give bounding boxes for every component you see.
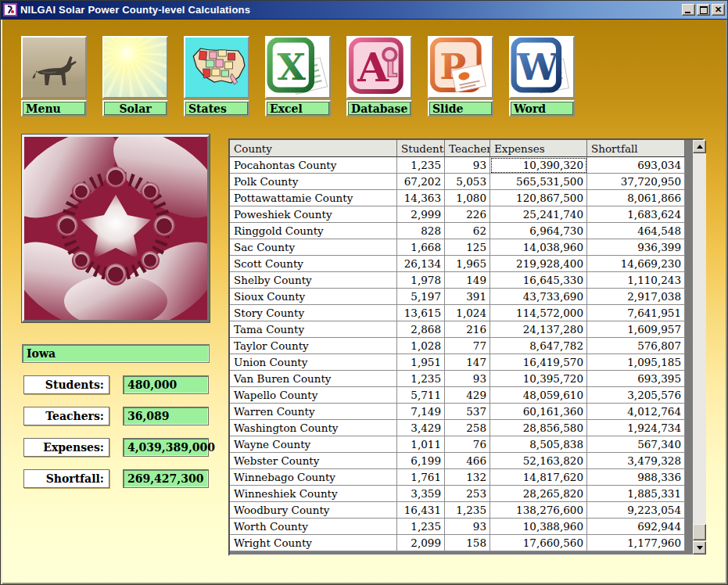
- cell-teachers[interactable]: 125: [445, 239, 490, 256]
- cell-shortfall[interactable]: 8,061,866: [587, 190, 685, 206]
- cell-shortfall[interactable]: 37,720,950: [587, 174, 685, 190]
- cell-county[interactable]: Webster County: [230, 453, 397, 469]
- table-row[interactable]: Washington County3,42925828,856,5801,924…: [230, 420, 690, 436]
- cell-county[interactable]: Shelby County: [230, 272, 397, 289]
- table-row[interactable]: Taylor County1,028778,647,782576,807: [230, 338, 690, 354]
- cell-expenses[interactable]: 8,505,838: [490, 436, 587, 453]
- cell-expenses[interactable]: 43,733,690: [490, 289, 587, 305]
- cell-county[interactable]: Wapello County: [230, 387, 397, 404]
- expenses-value-field[interactable]: 4,039,389,000: [123, 438, 209, 457]
- cell-students[interactable]: 1,235: [397, 371, 445, 387]
- cell-expenses[interactable]: 24,137,280: [490, 321, 587, 338]
- cell-teachers[interactable]: 1,965: [445, 256, 490, 272]
- cell-teachers[interactable]: 253: [445, 486, 490, 502]
- states-button[interactable]: States: [184, 36, 249, 117]
- cell-expenses[interactable]: 565,531,500: [490, 174, 587, 190]
- title-bar[interactable]: NILGAI Solar Power County-level Calculat…: [1, 1, 727, 20]
- cell-teachers[interactable]: 149: [445, 272, 490, 289]
- table-row[interactable]: Story County13,6151,024114,572,0007,641,…: [230, 305, 690, 321]
- cell-teachers[interactable]: 93: [445, 519, 490, 535]
- cell-expenses[interactable]: 10,390,320: [490, 157, 587, 174]
- table-row[interactable]: Polk County67,2025,053565,531,50037,720,…: [230, 174, 690, 190]
- cell-shortfall[interactable]: 936,399: [587, 239, 685, 256]
- cell-teachers[interactable]: 147: [445, 354, 490, 371]
- cell-expenses[interactable]: 25,241,740: [490, 206, 587, 223]
- cell-students[interactable]: 5,197: [397, 289, 445, 305]
- cell-teachers[interactable]: 62: [445, 223, 490, 239]
- cell-expenses[interactable]: 28,265,820: [490, 486, 587, 502]
- cell-students[interactable]: 7,149: [397, 404, 445, 420]
- column-header-shortfall[interactable]: Shortfall: [587, 140, 685, 157]
- column-header-expenses[interactable]: Expenses: [490, 140, 587, 157]
- cell-county[interactable]: Taylor County: [230, 338, 397, 354]
- cell-expenses[interactable]: 10,388,960: [490, 519, 587, 535]
- menu-button[interactable]: Menu: [21, 36, 87, 117]
- cell-county[interactable]: Worth County: [230, 519, 397, 535]
- table-row[interactable]: Wright County2,09915817,660,5601,177,960: [230, 535, 690, 551]
- cell-county[interactable]: Sac County: [230, 239, 397, 256]
- cell-expenses[interactable]: 14,817,620: [490, 469, 587, 486]
- cell-expenses[interactable]: 6,964,730: [490, 223, 587, 239]
- cell-teachers[interactable]: 76: [445, 436, 490, 453]
- cell-expenses[interactable]: 60,161,360: [490, 404, 587, 420]
- slide-button[interactable]: P Slide: [428, 36, 493, 117]
- cell-expenses[interactable]: 48,059,610: [490, 387, 587, 404]
- cell-shortfall[interactable]: 1,609,957: [587, 321, 685, 338]
- cell-expenses[interactable]: 219,928,400: [490, 256, 587, 272]
- cell-shortfall[interactable]: 1,924,734: [587, 420, 685, 436]
- cell-expenses[interactable]: 138,276,600: [490, 502, 587, 519]
- cell-county[interactable]: Woodbury County: [230, 502, 397, 519]
- cell-students[interactable]: 1,761: [397, 469, 445, 486]
- cell-students[interactable]: 2,999: [397, 206, 445, 223]
- cell-county[interactable]: Wright County: [230, 535, 397, 551]
- cell-teachers[interactable]: 1,235: [445, 502, 490, 519]
- cell-expenses[interactable]: 17,660,560: [490, 535, 587, 551]
- table-row[interactable]: Worth County1,2359310,388,960692,944: [230, 519, 690, 535]
- table-row[interactable]: Poweshiek County2,99922625,241,7401,683,…: [230, 206, 690, 223]
- cell-expenses[interactable]: 120,867,500: [490, 190, 587, 206]
- table-row[interactable]: Warren County7,14953760,161,3604,012,764: [230, 404, 690, 420]
- table-row[interactable]: Winneshiek County3,35925328,265,8201,885…: [230, 486, 690, 502]
- database-button[interactable]: A Database: [346, 36, 412, 117]
- table-row[interactable]: Wayne County1,011768,505,838567,340: [230, 436, 690, 453]
- table-row[interactable]: Winnebago County1,76113214,817,620988,33…: [230, 469, 690, 486]
- cell-shortfall[interactable]: 14,669,230: [587, 256, 685, 272]
- cell-county[interactable]: Sioux County: [230, 289, 397, 305]
- table-row[interactable]: Sac County1,66812514,038,960936,399: [230, 239, 690, 256]
- cell-county[interactable]: Union County: [230, 354, 397, 371]
- shortfall-value-field[interactable]: 269,427,300: [123, 469, 209, 488]
- solar-button[interactable]: Solar: [102, 36, 168, 117]
- table-row[interactable]: Van Buren County1,2359310,395,720693,395: [230, 371, 690, 387]
- cell-county[interactable]: Pottawattamie County: [230, 190, 397, 206]
- cell-expenses[interactable]: 8,647,782: [490, 338, 587, 354]
- scrollbar-up-button[interactable]: [693, 140, 706, 153]
- teachers-value-field[interactable]: 36,089: [123, 407, 209, 425]
- column-header-county[interactable]: County: [230, 140, 397, 157]
- cell-shortfall[interactable]: 1,177,960: [587, 535, 685, 551]
- cell-county[interactable]: Scott County: [230, 256, 397, 272]
- cell-students[interactable]: 1,668: [397, 239, 445, 256]
- cell-shortfall[interactable]: 9,223,054: [587, 502, 685, 519]
- cell-expenses[interactable]: 10,395,720: [490, 371, 587, 387]
- cell-students[interactable]: 3,429: [397, 420, 445, 436]
- cell-shortfall[interactable]: 3,479,328: [587, 453, 685, 469]
- cell-shortfall[interactable]: 693,034: [587, 157, 685, 174]
- cell-teachers[interactable]: 466: [445, 453, 490, 469]
- cell-shortfall[interactable]: 1,683,624: [587, 206, 685, 223]
- table-row[interactable]: Scott County26,1341,965219,928,40014,669…: [230, 256, 690, 272]
- word-button[interactable]: W Word: [509, 36, 575, 117]
- cell-county[interactable]: Winnebago County: [230, 469, 397, 486]
- cell-expenses[interactable]: 16,419,570: [490, 354, 587, 371]
- minimize-button[interactable]: [682, 4, 695, 16]
- cell-teachers[interactable]: 5,053: [445, 174, 490, 190]
- cell-teachers[interactable]: 77: [445, 338, 490, 354]
- cell-teachers[interactable]: 132: [445, 469, 490, 486]
- table-row[interactable]: Tama County2,86821624,137,2801,609,957: [230, 321, 690, 338]
- scrollbar-thumb[interactable]: [693, 524, 706, 540]
- cell-teachers[interactable]: 1,080: [445, 190, 490, 206]
- table-row[interactable]: Wapello County5,71142948,059,6103,205,57…: [230, 387, 690, 404]
- cell-county[interactable]: Ringgold County: [230, 223, 397, 239]
- cell-students[interactable]: 6,199: [397, 453, 445, 469]
- column-header-students[interactable]: Students: [397, 140, 445, 157]
- cell-teachers[interactable]: 537: [445, 404, 490, 420]
